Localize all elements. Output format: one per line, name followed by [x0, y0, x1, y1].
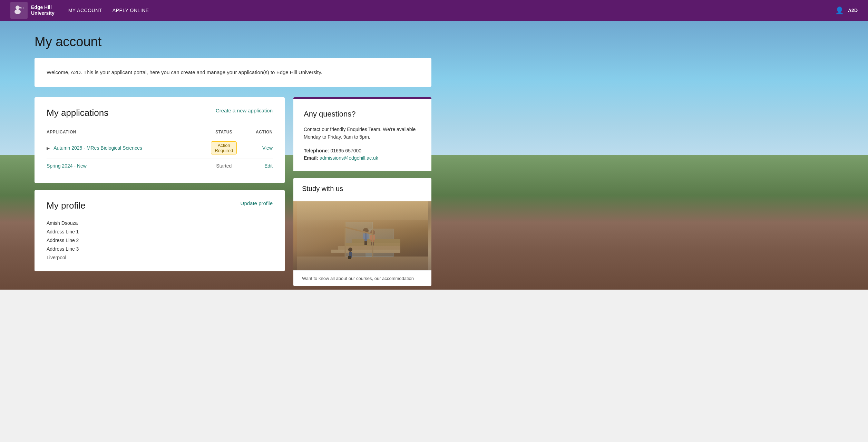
table-row: Spring 2024 - New Started Edit	[47, 159, 273, 173]
applications-table: APPLICATION STATUS ACTION ▶ Autumn 2025 …	[47, 127, 273, 173]
profile-title: My profile	[47, 200, 86, 211]
col-action: ACTION	[245, 127, 273, 137]
profile-name: Amish Dsouza	[47, 220, 273, 227]
telephone-number: 01695 657000	[331, 148, 362, 153]
app-row-1-name: ▶ Autumn 2025 - MRes Biological Sciences	[47, 137, 203, 159]
questions-description: Contact our friendly Enquiries Team. We'…	[304, 125, 421, 141]
main-grid: My applications Create a new application…	[35, 97, 431, 286]
app-row-1-status: ActionRequired	[203, 137, 245, 159]
row-1-arrow: ▶	[47, 146, 50, 151]
svg-point-24	[348, 248, 352, 252]
app-row-2-status: Started	[203, 159, 245, 173]
applications-card: My applications Create a new application…	[35, 97, 285, 183]
study-caption: Want to know all about our courses, our …	[293, 270, 431, 286]
svg-rect-10	[345, 243, 400, 246]
status-badge-warning: ActionRequired	[211, 141, 237, 154]
email-address[interactable]: admissions@edgehill.ac.uk	[320, 155, 378, 161]
welcome-text: Welcome, A2D. This is your applicant por…	[47, 68, 419, 77]
app-row-2-edit-link[interactable]: Edit	[264, 163, 273, 169]
nav-apply-online[interactable]: APPLY ONLINE	[113, 8, 149, 13]
telephone-label: Telephone:	[304, 148, 329, 153]
svg-rect-26	[348, 256, 350, 259]
svg-rect-11	[352, 239, 400, 243]
profile-address1: Address Line 1	[47, 228, 273, 235]
nav-my-account[interactable]: MY ACCOUNT	[68, 8, 102, 13]
study-card: Study with us	[293, 178, 431, 286]
svg-rect-16	[364, 241, 366, 245]
svg-point-12	[363, 228, 369, 233]
col-status: STATUS	[203, 127, 245, 137]
svg-rect-14	[363, 233, 365, 239]
telephone-line: Telephone: 01695 657000	[304, 148, 421, 153]
svg-point-1	[14, 9, 21, 14]
svg-rect-21	[373, 235, 375, 240]
svg-rect-19	[371, 235, 374, 242]
app-row-2-action: Edit	[245, 159, 273, 173]
staircase-image	[293, 201, 431, 270]
col-application: APPLICATION	[47, 127, 203, 137]
svg-rect-20	[370, 235, 372, 240]
applications-card-header: My applications Create a new application	[47, 108, 273, 118]
svg-text:EH: EH	[20, 7, 23, 10]
user-label: A2D	[848, 8, 858, 13]
app-row-2-link[interactable]: Spring 2024 - New	[47, 163, 87, 169]
questions-card: Any questions? Contact our friendly Enqu…	[293, 97, 431, 171]
profile-address2: Address Line 2	[47, 237, 273, 244]
svg-rect-5	[297, 257, 428, 270]
svg-rect-25	[349, 252, 352, 258]
app-row-2-name: Spring 2024 - New	[47, 159, 203, 173]
update-profile-link[interactable]: Update profile	[241, 200, 273, 206]
svg-rect-23	[373, 242, 374, 245]
university-name: Edge Hill University	[31, 4, 55, 16]
logo-icon: EH	[10, 2, 28, 19]
svg-rect-3	[297, 201, 428, 270]
study-title: Study with us	[302, 185, 423, 193]
right-column: Any questions? Contact our friendly Enqu…	[293, 97, 431, 286]
profile-address3: Address Line 3	[47, 245, 273, 252]
email-line: Email: admissions@edgehill.ac.uk	[304, 155, 421, 161]
applications-title: My applications	[47, 108, 108, 118]
left-column: My applications Create a new application…	[35, 97, 285, 286]
svg-point-0	[16, 6, 20, 10]
svg-rect-6	[345, 222, 373, 257]
page-title: My account	[35, 34, 833, 49]
status-started: Started	[216, 163, 232, 169]
header: EH Edge Hill University MY ACCOUNT APPLY…	[0, 0, 868, 21]
hero-background: My account Welcome, A2D. This is your ap…	[0, 21, 868, 290]
svg-point-18	[370, 230, 375, 235]
create-application-link[interactable]: Create a new application	[216, 108, 273, 113]
contact-info: Telephone: 01695 657000 Email: admission…	[304, 148, 421, 161]
svg-rect-17	[366, 241, 367, 245]
study-image	[293, 201, 431, 270]
questions-title: Any questions?	[304, 110, 421, 119]
table-row: ▶ Autumn 2025 - MRes Biological Sciences…	[47, 137, 273, 159]
study-card-header: Study with us	[293, 178, 431, 201]
svg-rect-9	[338, 246, 400, 250]
page-content: My account Welcome, A2D. This is your ap…	[0, 21, 868, 290]
questions-card-body: Any questions? Contact our friendly Enqu…	[293, 99, 431, 171]
profile-card: My profile Update profile Amish Dsouza A…	[35, 190, 285, 271]
logo-svg: EH	[13, 4, 25, 17]
profile-card-header: My profile Update profile	[47, 200, 273, 211]
svg-rect-27	[350, 256, 351, 259]
svg-rect-22	[371, 242, 373, 245]
welcome-card: Welcome, A2D. This is your applicant por…	[35, 58, 431, 87]
logo-area: EH Edge Hill University	[10, 2, 55, 19]
app-row-1-action: View	[245, 137, 273, 159]
svg-line-30	[345, 227, 373, 234]
svg-rect-4	[297, 201, 428, 270]
svg-rect-15	[367, 233, 369, 239]
profile-city: Liverpool	[47, 254, 273, 261]
email-label: Email:	[304, 155, 318, 161]
app-row-1-view-link[interactable]: View	[262, 145, 273, 151]
header-left: EH Edge Hill University MY ACCOUNT APPLY…	[10, 2, 149, 19]
svg-rect-13	[364, 233, 367, 241]
main-nav: MY ACCOUNT APPLY ONLINE	[68, 8, 149, 13]
app-row-1-link[interactable]: Autumn 2025 - MRes Biological Sciences	[53, 145, 142, 151]
header-right: 👤 A2D	[835, 6, 858, 14]
user-icon: 👤	[835, 6, 844, 14]
svg-rect-31	[297, 201, 428, 220]
profile-info: Amish Dsouza Address Line 1 Address Line…	[47, 220, 273, 261]
svg-rect-7	[366, 229, 393, 257]
svg-rect-8	[331, 250, 400, 253]
